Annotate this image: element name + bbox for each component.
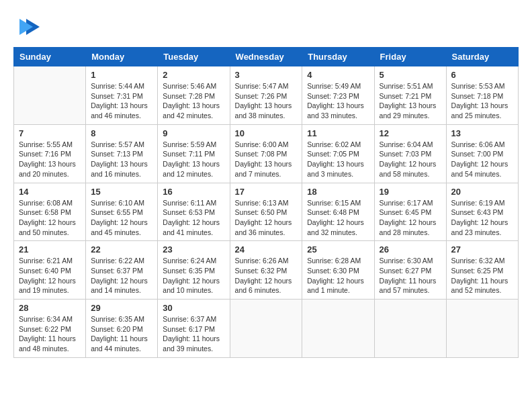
- calendar-cell: 11Sunrise: 6:02 AMSunset: 7:05 PMDayligh…: [302, 124, 374, 183]
- calendar-cell: 30Sunrise: 6:37 AMSunset: 6:17 PMDayligh…: [158, 300, 230, 358]
- day-info: Sunrise: 6:22 AMSunset: 6:37 PMDaylight:…: [91, 256, 152, 295]
- col-header-sunday: Sunday: [14, 48, 86, 66]
- page-header: [13, 13, 519, 40]
- day-number: 9: [163, 128, 224, 138]
- day-number: 3: [235, 70, 298, 80]
- calendar-header-row: SundayMondayTuesdayWednesdayThursdayFrid…: [14, 48, 519, 66]
- calendar-week-row: 28Sunrise: 6:34 AMSunset: 6:22 PMDayligh…: [14, 300, 519, 358]
- day-info: Sunrise: 6:11 AMSunset: 6:53 PMDaylight:…: [163, 198, 224, 238]
- day-info: Sunrise: 5:57 AMSunset: 7:13 PMDaylight:…: [91, 140, 152, 179]
- day-info: Sunrise: 6:00 AMSunset: 7:08 PMDaylight:…: [235, 140, 298, 179]
- calendar-cell: 25Sunrise: 6:28 AMSunset: 6:30 PMDayligh…: [302, 241, 374, 300]
- calendar-week-row: 7Sunrise: 5:55 AMSunset: 7:16 PMDaylight…: [14, 124, 519, 183]
- col-header-friday: Friday: [374, 48, 446, 66]
- day-number: 21: [19, 244, 81, 255]
- calendar-cell: [446, 300, 518, 358]
- calendar-cell: 23Sunrise: 6:24 AMSunset: 6:35 PMDayligh…: [158, 241, 230, 300]
- day-number: 1: [91, 70, 152, 80]
- day-info: Sunrise: 6:19 AMSunset: 6:43 PMDaylight:…: [451, 198, 513, 238]
- day-info: Sunrise: 5:44 AMSunset: 7:31 PMDaylight:…: [91, 81, 152, 121]
- calendar-cell: [374, 300, 446, 358]
- day-info: Sunrise: 5:46 AMSunset: 7:28 PMDaylight:…: [163, 81, 224, 121]
- day-number: 2: [163, 70, 224, 80]
- calendar-cell: [14, 66, 86, 125]
- day-number: 18: [307, 187, 369, 197]
- col-header-thursday: Thursday: [302, 48, 374, 66]
- day-info: Sunrise: 6:08 AMSunset: 6:58 PMDaylight:…: [19, 198, 81, 238]
- calendar-cell: [302, 300, 374, 358]
- day-number: 29: [91, 303, 152, 313]
- calendar-cell: 26Sunrise: 6:30 AMSunset: 6:27 PMDayligh…: [374, 241, 446, 300]
- day-number: 10: [235, 128, 298, 138]
- day-info: Sunrise: 6:17 AMSunset: 6:45 PMDaylight:…: [380, 198, 441, 238]
- col-header-saturday: Saturday: [446, 48, 518, 66]
- day-number: 17: [235, 187, 298, 197]
- day-info: Sunrise: 6:34 AMSunset: 6:22 PMDaylight:…: [19, 314, 81, 354]
- calendar-cell: 14Sunrise: 6:08 AMSunset: 6:58 PMDayligh…: [14, 183, 86, 241]
- calendar-cell: 27Sunrise: 6:32 AMSunset: 6:25 PMDayligh…: [446, 241, 518, 300]
- calendar-cell: 21Sunrise: 6:21 AMSunset: 6:40 PMDayligh…: [14, 241, 86, 300]
- day-info: Sunrise: 6:15 AMSunset: 6:48 PMDaylight:…: [307, 198, 369, 238]
- calendar-cell: 3Sunrise: 5:47 AMSunset: 7:26 PMDaylight…: [230, 66, 302, 125]
- day-number: 12: [380, 128, 441, 138]
- day-number: 14: [19, 187, 81, 197]
- day-number: 22: [91, 244, 152, 255]
- day-number: 25: [307, 244, 369, 255]
- col-header-tuesday: Tuesday: [158, 48, 230, 66]
- day-info: Sunrise: 6:02 AMSunset: 7:05 PMDaylight:…: [307, 140, 369, 179]
- day-info: Sunrise: 6:04 AMSunset: 7:03 PMDaylight:…: [380, 140, 441, 179]
- calendar-cell: 17Sunrise: 6:13 AMSunset: 6:50 PMDayligh…: [230, 183, 302, 241]
- day-number: 4: [307, 70, 369, 80]
- calendar-cell: 24Sunrise: 6:26 AMSunset: 6:32 PMDayligh…: [230, 241, 302, 300]
- calendar-week-row: 1Sunrise: 5:44 AMSunset: 7:31 PMDaylight…: [14, 66, 519, 125]
- calendar-cell: 16Sunrise: 6:11 AMSunset: 6:53 PMDayligh…: [158, 183, 230, 241]
- day-info: Sunrise: 6:30 AMSunset: 6:27 PMDaylight:…: [380, 256, 441, 295]
- calendar-cell: 29Sunrise: 6:35 AMSunset: 6:20 PMDayligh…: [86, 300, 158, 358]
- day-number: 8: [91, 128, 152, 138]
- day-info: Sunrise: 6:26 AMSunset: 6:32 PMDaylight:…: [235, 256, 298, 295]
- day-info: Sunrise: 6:24 AMSunset: 6:35 PMDaylight:…: [163, 256, 224, 295]
- day-info: Sunrise: 6:21 AMSunset: 6:40 PMDaylight:…: [19, 256, 81, 295]
- calendar-cell: 8Sunrise: 5:57 AMSunset: 7:13 PMDaylight…: [86, 124, 158, 183]
- day-info: Sunrise: 5:47 AMSunset: 7:26 PMDaylight:…: [235, 81, 298, 121]
- day-info: Sunrise: 6:32 AMSunset: 6:25 PMDaylight:…: [451, 256, 513, 295]
- day-number: 28: [19, 303, 81, 313]
- day-number: 16: [163, 187, 224, 197]
- calendar-cell: 13Sunrise: 6:06 AMSunset: 7:00 PMDayligh…: [446, 124, 518, 183]
- calendar-cell: 10Sunrise: 6:00 AMSunset: 7:08 PMDayligh…: [230, 124, 302, 183]
- calendar-cell: 4Sunrise: 5:49 AMSunset: 7:23 PMDaylight…: [302, 66, 374, 125]
- day-info: Sunrise: 6:13 AMSunset: 6:50 PMDaylight:…: [235, 198, 298, 238]
- day-number: 15: [91, 187, 152, 197]
- day-info: Sunrise: 6:28 AMSunset: 6:30 PMDaylight:…: [307, 256, 369, 295]
- calendar-week-row: 21Sunrise: 6:21 AMSunset: 6:40 PMDayligh…: [14, 241, 519, 300]
- calendar-cell: 12Sunrise: 6:04 AMSunset: 7:03 PMDayligh…: [374, 124, 446, 183]
- day-number: 11: [307, 128, 369, 138]
- calendar-cell: 2Sunrise: 5:46 AMSunset: 7:28 PMDaylight…: [158, 66, 230, 125]
- calendar-cell: 22Sunrise: 6:22 AMSunset: 6:37 PMDayligh…: [86, 241, 158, 300]
- calendar-cell: 19Sunrise: 6:17 AMSunset: 6:45 PMDayligh…: [374, 183, 446, 241]
- calendar-cell: 20Sunrise: 6:19 AMSunset: 6:43 PMDayligh…: [446, 183, 518, 241]
- day-number: 26: [380, 244, 441, 255]
- day-info: Sunrise: 6:37 AMSunset: 6:17 PMDaylight:…: [163, 314, 224, 354]
- calendar-cell: [230, 300, 302, 358]
- day-info: Sunrise: 5:59 AMSunset: 7:11 PMDaylight:…: [163, 140, 224, 179]
- calendar-cell: 18Sunrise: 6:15 AMSunset: 6:48 PMDayligh…: [302, 183, 374, 241]
- calendar-cell: 5Sunrise: 5:51 AMSunset: 7:21 PMDaylight…: [374, 66, 446, 125]
- calendar-cell: 7Sunrise: 5:55 AMSunset: 7:16 PMDaylight…: [14, 124, 86, 183]
- day-info: Sunrise: 6:10 AMSunset: 6:55 PMDaylight:…: [91, 198, 152, 238]
- day-number: 20: [451, 187, 513, 197]
- calendar-table: SundayMondayTuesdayWednesdayThursdayFrid…: [13, 47, 519, 358]
- day-number: 7: [19, 128, 81, 138]
- col-header-monday: Monday: [86, 48, 158, 66]
- col-header-wednesday: Wednesday: [230, 48, 302, 66]
- day-info: Sunrise: 5:49 AMSunset: 7:23 PMDaylight:…: [307, 81, 369, 121]
- day-number: 27: [451, 244, 513, 255]
- day-info: Sunrise: 5:55 AMSunset: 7:16 PMDaylight:…: [19, 140, 81, 179]
- logo-icon: [16, 13, 43, 40]
- day-number: 24: [235, 244, 298, 255]
- day-info: Sunrise: 5:53 AMSunset: 7:18 PMDaylight:…: [451, 81, 513, 121]
- day-number: 19: [380, 187, 441, 197]
- calendar-cell: 28Sunrise: 6:34 AMSunset: 6:22 PMDayligh…: [14, 300, 86, 358]
- calendar-cell: 9Sunrise: 5:59 AMSunset: 7:11 PMDaylight…: [158, 124, 230, 183]
- day-number: 30: [163, 303, 224, 313]
